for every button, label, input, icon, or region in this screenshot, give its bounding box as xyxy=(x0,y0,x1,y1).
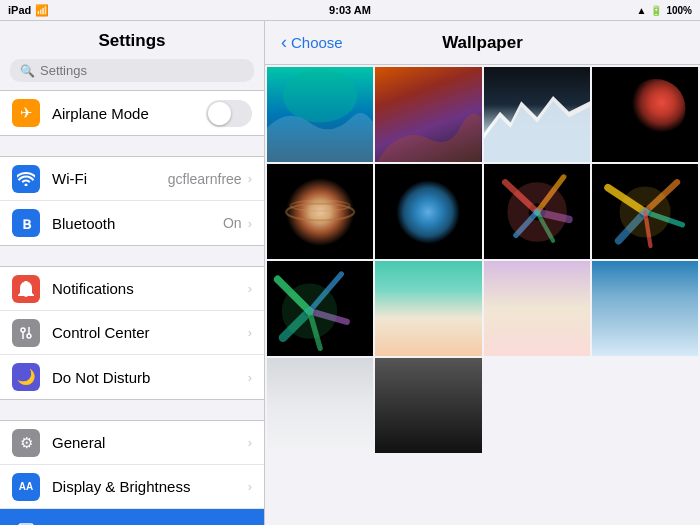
back-chevron-icon: ‹ xyxy=(281,32,287,53)
settings-group-3: Notifications › Control Center › 🌙 Do No… xyxy=(0,266,264,400)
svg-point-15 xyxy=(397,180,461,244)
wallpaper-item-2[interactable] xyxy=(375,67,481,162)
display-icon: AA xyxy=(12,473,40,501)
wallpaper-item-7[interactable] xyxy=(484,164,590,259)
sidebar-item-display[interactable]: AA Display & Brightness › xyxy=(0,465,264,509)
search-input[interactable] xyxy=(40,63,244,78)
wallpaper-item-6[interactable] xyxy=(375,164,481,259)
wallpaper-item-5[interactable] xyxy=(267,164,373,259)
bluetooth-icon: ʙ xyxy=(12,209,40,237)
bluetooth-label: Bluetooth xyxy=(52,215,223,232)
time-display: 9:03 AM xyxy=(329,4,371,16)
wallpaper-item-8[interactable] xyxy=(592,164,698,259)
airplane-label: Airplane Mode xyxy=(52,105,206,122)
bluetooth-chevron: › xyxy=(248,216,252,231)
donotdisturb-label: Do Not Disturb xyxy=(52,369,248,386)
sidebar-item-donotdisturb[interactable]: 🌙 Do Not Disturb › xyxy=(0,355,264,399)
sidebar-item-wifi[interactable]: Wi-Fi gcflearnfree › xyxy=(0,157,264,201)
wallpaper-item-4[interactable] xyxy=(592,67,698,162)
svg-point-0 xyxy=(21,328,25,332)
status-bar: iPad 📶 9:03 AM ▲ 🔋 100% xyxy=(0,0,700,20)
notifications-label: Notifications xyxy=(52,280,248,297)
wallpaper-item-11[interactable] xyxy=(484,261,590,356)
wifi-label: Wi-Fi xyxy=(52,170,168,187)
wallpaper-item-12[interactable] xyxy=(592,261,698,356)
battery-label: 100% xyxy=(666,5,692,16)
search-bar[interactable]: 🔍 xyxy=(10,59,254,82)
sidebar: Settings 🔍 ✈ Airplane Mode xyxy=(0,21,265,525)
display-chevron: › xyxy=(248,479,252,494)
donotdisturb-chevron: › xyxy=(248,370,252,385)
sidebar-item-wallpaper[interactable]: Wallpaper › xyxy=(0,509,264,525)
wallpaper-item-1[interactable] xyxy=(267,67,373,162)
wifi-chevron: › xyxy=(248,171,252,186)
wifi-value: gcflearnfree xyxy=(168,171,242,187)
settings-group-4: ⚙ General › AA Display & Brightness › Wa… xyxy=(0,420,264,525)
sidebar-item-bluetooth[interactable]: ʙ Bluetooth On › xyxy=(0,201,264,245)
sidebar-item-airplane[interactable]: ✈ Airplane Mode xyxy=(0,91,264,135)
back-button[interactable]: ‹ Choose xyxy=(281,32,343,53)
svg-point-11 xyxy=(626,79,686,139)
ipad-label: iPad xyxy=(8,4,31,16)
wallpaper-item-10[interactable] xyxy=(375,261,481,356)
svg-point-1 xyxy=(27,334,31,338)
right-panel: ‹ Choose Wallpaper xyxy=(265,21,700,525)
sidebar-item-controlcenter[interactable]: Control Center › xyxy=(0,311,264,355)
panel-header: ‹ Choose Wallpaper xyxy=(265,21,700,65)
wifi-settings-icon xyxy=(12,165,40,193)
notifications-icon xyxy=(12,275,40,303)
panel-title: Wallpaper xyxy=(442,33,523,53)
airplane-icon: ✈ xyxy=(12,99,40,127)
controlcenter-icon xyxy=(12,319,40,347)
wallpaper-grid xyxy=(265,65,700,525)
wallpaper-item-13[interactable] xyxy=(267,358,373,453)
back-label: Choose xyxy=(291,34,343,51)
donotdisturb-icon: 🌙 xyxy=(12,363,40,391)
svg-point-10 xyxy=(283,69,357,122)
svg-point-12 xyxy=(286,178,354,246)
sidebar-item-notifications[interactable]: Notifications › xyxy=(0,267,264,311)
general-icon: ⚙ xyxy=(12,429,40,457)
settings-group-2: Wi-Fi gcflearnfree › ʙ Bluetooth On › xyxy=(0,156,264,246)
search-icon: 🔍 xyxy=(20,64,35,78)
signal-icon: ▲ xyxy=(637,5,647,16)
wallpaper-item-9[interactable] xyxy=(267,261,373,356)
general-chevron: › xyxy=(248,435,252,450)
wallpaper-item-14[interactable] xyxy=(375,358,481,453)
battery-icon: 🔋 xyxy=(650,5,662,16)
display-label: Display & Brightness xyxy=(52,478,248,495)
controlcenter-chevron: › xyxy=(248,325,252,340)
sidebar-title: Settings xyxy=(0,21,264,59)
wallpaper-item-3[interactable] xyxy=(484,67,590,162)
wifi-icon: 📶 xyxy=(35,4,49,17)
wallpaper-icon xyxy=(12,517,40,526)
general-label: General xyxy=(52,434,248,451)
notifications-chevron: › xyxy=(248,281,252,296)
sidebar-item-general[interactable]: ⚙ General › xyxy=(0,421,264,465)
bluetooth-value: On xyxy=(223,215,242,231)
airplane-toggle[interactable] xyxy=(206,100,252,127)
controlcenter-label: Control Center xyxy=(52,324,248,341)
settings-group-1: ✈ Airplane Mode xyxy=(0,90,264,136)
